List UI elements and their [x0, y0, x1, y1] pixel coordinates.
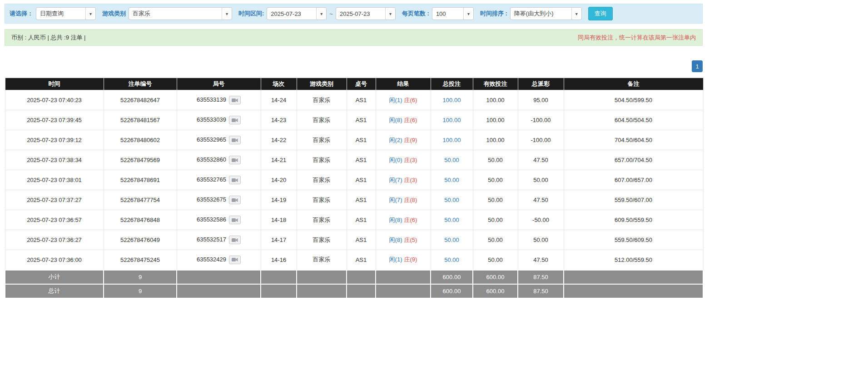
total-bet-link[interactable]: 50.00	[444, 236, 459, 243]
sort-select[interactable]: 降幂(由大到小) ▾	[510, 7, 582, 20]
table-row: 2025-07-23 07:38:34 522678479569 6355328…	[5, 150, 703, 170]
total-bet-link[interactable]: 100.00	[443, 117, 461, 123]
round-cell: 635532765	[177, 170, 261, 190]
table-no-cell: AS1	[347, 190, 376, 210]
sort-value: 降幂(由大到小)	[514, 10, 554, 18]
payout-cell: 47.50	[518, 150, 564, 170]
game-type-cell: 百家乐	[297, 150, 347, 170]
replay-video-button[interactable]	[229, 96, 241, 104]
game-type-select[interactable]: 百家乐 ▾	[129, 7, 232, 20]
total-bet-link[interactable]: 100.00	[443, 137, 461, 143]
date-from-value: 2025-07-23	[271, 10, 301, 17]
total-valid-bet: 600.00	[473, 284, 518, 298]
empty-cell	[564, 284, 703, 298]
replay-video-button[interactable]	[229, 256, 241, 264]
page-1-button[interactable]: 1	[692, 60, 703, 72]
player-result: 闲(2)	[389, 137, 402, 143]
date-from-select[interactable]: 2025-07-23 ▾	[267, 7, 327, 20]
banker-result: 庄(5)	[404, 236, 417, 243]
subtotal-valid-bet: 600.00	[473, 270, 518, 284]
video-camera-icon	[232, 138, 238, 143]
banker-result: 庄(8)	[404, 197, 417, 203]
player-result: 闲(1)	[389, 97, 402, 103]
replay-video-button[interactable]	[229, 136, 241, 144]
pagination: 1	[5, 60, 703, 72]
valid-bet-cell: 100.00	[473, 130, 518, 150]
date-to-select[interactable]: 2025-07-23 ▾	[336, 7, 396, 20]
session-cell: 14-24	[261, 90, 297, 110]
page: 请选择： 日期查询 ▾ 游戏类别 百家乐 ▾ 时间区间: 2025-07-23 …	[0, 4, 868, 369]
table-row: 2025-07-23 07:40:23 522678482647 6355331…	[5, 90, 703, 110]
player-result: 闲(8)	[389, 216, 402, 223]
table-no-cell: AS1	[347, 230, 376, 250]
replay-video-button[interactable]	[229, 216, 241, 224]
round-cell: 635532429	[177, 250, 261, 270]
round-number: 635533139	[197, 96, 226, 103]
col-header-valid-bet: 有效投注	[473, 78, 518, 90]
payout-cell: 50.00	[518, 170, 564, 190]
currency-summary-text: 币别 : 人民币 | 总共 :9 注单 |	[11, 34, 86, 42]
total-total-bet: 600.00	[431, 284, 473, 298]
payout-cell: 47.50	[518, 190, 564, 210]
total-bet-link[interactable]: 50.00	[444, 157, 459, 163]
filter-bar: 请选择： 日期查询 ▾ 游戏类别 百家乐 ▾ 时间区间: 2025-07-23 …	[5, 4, 703, 24]
replay-video-button[interactable]	[229, 116, 241, 124]
empty-cell	[261, 284, 297, 298]
bet-id-cell: 522678476049	[104, 230, 177, 250]
total-bet-cell: 50.00	[431, 230, 473, 250]
table-no-cell: AS1	[347, 110, 376, 130]
time-cell: 2025-07-23 07:36:00	[5, 250, 104, 270]
header-row: 时间 注单编号 局号 场次 游戏类别 桌号 结果 总投注 有效投注 总派彩 备注	[5, 78, 703, 90]
note-cell: 504.50/599.50	[564, 90, 703, 110]
empty-cell	[177, 270, 261, 284]
bet-id-cell: 522678478691	[104, 170, 177, 190]
payout-cell: 47.50	[518, 250, 564, 270]
bet-id-cell: 522678475245	[104, 250, 177, 270]
result-cell: 闲(7)庄(8)	[376, 190, 431, 210]
game-type-cell: 百家乐	[297, 90, 347, 110]
total-bet-link[interactable]: 100.00	[443, 97, 461, 103]
total-bet-cell: 50.00	[431, 250, 473, 270]
replay-video-button[interactable]	[229, 236, 241, 244]
game-type-cell: 百家乐	[297, 110, 347, 130]
replay-video-button[interactable]	[229, 156, 241, 164]
search-button[interactable]: 查询	[588, 7, 613, 20]
table-no-cell: AS1	[347, 250, 376, 270]
player-result: 闲(7)	[389, 177, 402, 183]
replay-video-button[interactable]	[229, 196, 241, 204]
payout-cell: -100.00	[518, 110, 564, 130]
subtotal-payout: 87.50	[518, 270, 564, 284]
total-bet-link[interactable]: 50.00	[444, 197, 459, 203]
result-cell: 闲(8)庄(5)	[376, 230, 431, 250]
time-cell: 2025-07-23 07:37:27	[5, 190, 104, 210]
empty-cell	[347, 270, 376, 284]
round-number: 635532965	[197, 136, 226, 143]
query-type-select[interactable]: 日期查询 ▾	[36, 7, 96, 20]
video-camera-icon	[232, 158, 238, 162]
table-row: 2025-07-23 07:36:00 522678475245 6355324…	[5, 250, 703, 270]
round-number: 635532675	[197, 196, 226, 203]
player-result: 闲(8)	[389, 236, 402, 243]
total-bet-link[interactable]: 50.00	[444, 216, 459, 223]
video-camera-icon	[232, 118, 238, 123]
round-cell: 635532586	[177, 210, 261, 230]
payout-cell: -50.00	[518, 210, 564, 230]
col-header-payout: 总派彩	[518, 78, 564, 90]
total-bet-link[interactable]: 50.00	[444, 256, 459, 263]
round-number: 635533039	[197, 116, 226, 123]
table-row: 2025-07-23 07:39:12 522678480602 6355329…	[5, 130, 703, 150]
round-cell: 635532860	[177, 150, 261, 170]
subtotal-label: 小计	[5, 270, 104, 284]
total-bet-cell: 100.00	[431, 130, 473, 150]
page-size-select[interactable]: 100 ▾	[432, 7, 474, 20]
result-cell: 闲(1)庄(9)	[376, 250, 431, 270]
bet-id-cell: 522678481567	[104, 110, 177, 130]
valid-bet-cell: 100.00	[473, 90, 518, 110]
chevron-down-icon: ▾	[385, 8, 395, 20]
replay-video-button[interactable]	[229, 176, 241, 184]
total-bet-link[interactable]: 50.00	[444, 177, 459, 183]
date-to-value: 2025-07-23	[340, 10, 370, 17]
round-cell: 635532965	[177, 130, 261, 150]
game-type-label: 游戏类别	[102, 10, 126, 18]
session-cell: 14-21	[261, 150, 297, 170]
